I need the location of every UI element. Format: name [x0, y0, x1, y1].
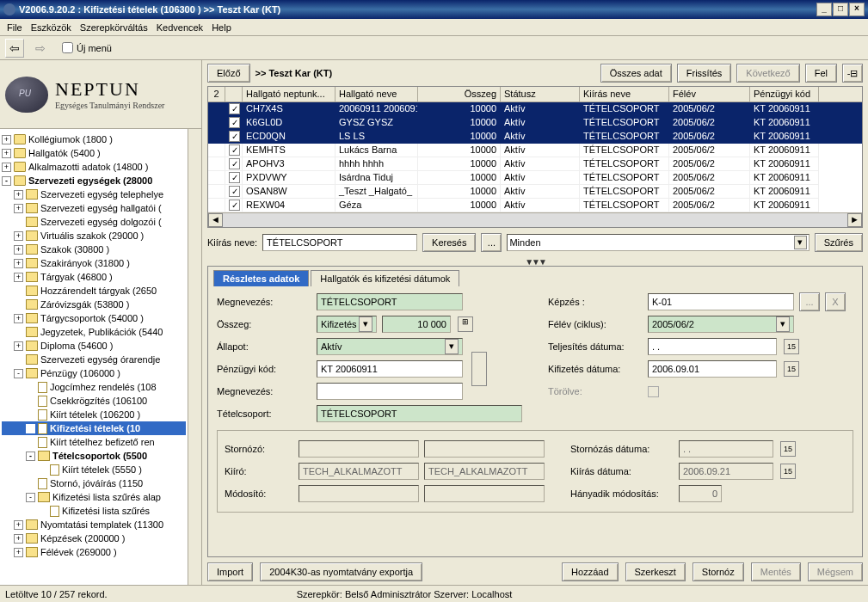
expand-icon[interactable]: + — [14, 534, 23, 544]
tree-item[interactable]: +Képzések (200000 ) — [2, 531, 186, 545]
cell[interactable]: KT 20060911 — [750, 102, 819, 116]
cell[interactable]: 20060911 2006091 — [336, 102, 418, 116]
fld-pkod[interactable]: KT 20060911 — [317, 360, 463, 378]
chevron-down-icon[interactable]: ▾ — [445, 339, 459, 354]
cell[interactable]: 2005/06/2 — [669, 185, 750, 199]
cell[interactable]: KT 20060911 — [750, 144, 819, 157]
expand-icon[interactable]: + — [14, 520, 23, 530]
cell[interactable]: TÉTELCSOPORT — [580, 185, 669, 199]
tree-item[interactable]: Csekkrögzítés (106100 — [2, 394, 186, 408]
cell[interactable]: TÉTELCSOPORT — [580, 157, 669, 171]
cell-checkbox[interactable]: ✓ — [225, 144, 243, 157]
tree-item[interactable]: -Tételcsoportok (5500 — [2, 449, 186, 463]
up-button[interactable]: Fel — [805, 64, 837, 83]
cell[interactable]: Aktív — [501, 199, 580, 212]
calculator-icon[interactable]: ⊞ — [458, 316, 473, 332]
cell[interactable]: TÉTELCSOPORT — [580, 102, 669, 116]
cell[interactable]: KT 20060911 — [750, 130, 819, 144]
tree-item[interactable]: +Kollégiumok (1800 ) — [2, 132, 186, 146]
minimize-button[interactable]: _ — [816, 3, 832, 16]
calendar-icon[interactable]: 15 — [780, 464, 796, 479]
collapse-icon[interactable]: - — [26, 493, 35, 502]
side-button[interactable] — [471, 352, 487, 386]
grid-col-name[interactable]: Hallgató neve — [336, 87, 418, 101]
storno-button[interactable]: Stornóz — [693, 562, 744, 581]
fld-osszeg-val[interactable]: 10 000 — [382, 316, 451, 333]
filter-button[interactable]: Szűrés — [815, 233, 863, 252]
cell[interactable]: KT 20060911 — [750, 157, 819, 171]
cell[interactable]: OSAN8W — [243, 185, 336, 199]
cell[interactable]: 2005/06/2 — [669, 102, 750, 116]
cell-checkbox[interactable]: ✓ — [225, 130, 243, 144]
cell[interactable]: 10000 — [418, 185, 501, 199]
expand-icon[interactable]: + — [14, 314, 23, 323]
table-row[interactable]: ✓CH7X4S20060911 200609110000AktívTÉTELCS… — [208, 102, 862, 116]
cell[interactable]: TÉTELCSOPORT — [580, 199, 669, 212]
tree-item[interactable]: -Kifizetési lista szűrés alap — [2, 490, 186, 504]
grid-col-neptun[interactable]: Hallgató neptunk... — [243, 87, 336, 101]
tree-item[interactable]: Szervezeti egység órarendje — [2, 353, 186, 366]
grid-col-felev[interactable]: Félév — [669, 87, 750, 101]
fld-megnevezes[interactable]: TÉTELCSOPORT — [317, 293, 463, 310]
tree-item[interactable]: Záróvizsgák (53800 ) — [2, 298, 186, 311]
cell[interactable]: Aktív — [501, 185, 580, 199]
expand-icon[interactable]: + — [2, 135, 11, 144]
browse-kepzes-button[interactable]: ... — [799, 292, 820, 311]
grid-col-status[interactable]: Státusz — [501, 87, 580, 101]
tree-item[interactable]: Jogcímhez rendelés (108 — [2, 380, 186, 394]
tree-item[interactable]: +Szakirányok (31800 ) — [2, 256, 186, 270]
tree-item[interactable]: Jegyzetek, Publikációk (5440 — [2, 325, 186, 339]
cell-checkbox[interactable]: ✓ — [225, 116, 243, 130]
cell[interactable]: 10000 — [418, 130, 501, 144]
tree-item[interactable]: -Pénzügy (106000 ) — [2, 366, 186, 380]
row-checkbox[interactable]: ✓ — [229, 200, 240, 211]
expand-icon[interactable]: + — [2, 149, 11, 158]
menu-file[interactable]: File — [7, 22, 22, 33]
table-row[interactable]: ✓KEMHTSLukács Barna10000AktívTÉTELCSOPOR… — [208, 144, 862, 157]
tree-item[interactable]: +Szakok (30800 ) — [2, 243, 186, 256]
fld-megnevezes2[interactable] — [317, 383, 463, 400]
cell[interactable]: 2005/06/2 — [669, 199, 750, 212]
fld-kepzes[interactable]: K-01 — [648, 293, 794, 310]
cell[interactable]: Isárdna Tiduj — [336, 171, 418, 185]
cell[interactable]: 10000 — [418, 144, 501, 157]
grid-col-kiiras[interactable]: Kiírás neve — [580, 87, 669, 101]
edit-button[interactable]: Szerkeszt — [625, 562, 686, 581]
tree-item[interactable]: +Alkalmazotti adatok (14800 ) — [2, 160, 186, 174]
search-button[interactable]: Keresés — [422, 233, 476, 252]
fld-felev[interactable]: 2005/06/2▾ — [648, 316, 794, 333]
fld-telj[interactable]: . . — [648, 338, 777, 355]
cell-checkbox[interactable]: ✓ — [225, 157, 243, 171]
cell[interactable]: TÉTELCSOPORT — [580, 144, 669, 157]
expand-icon[interactable]: + — [2, 163, 11, 172]
tree-item[interactable]: Kiírt tételhez befizető ren — [2, 435, 186, 449]
data-grid[interactable]: 2 Hallgató neptunk... Hallgató neve Össz… — [207, 86, 863, 228]
cell[interactable]: 2005/06/2 — [669, 157, 750, 171]
cell[interactable]: LS LS — [336, 130, 418, 144]
collapse-icon[interactable]: - — [2, 176, 11, 186]
row-checkbox[interactable]: ✓ — [229, 158, 240, 169]
cell[interactable]: 2005/06/2 — [669, 144, 750, 157]
grid-hscrollbar[interactable]: ◄ ► — [208, 212, 862, 227]
table-row[interactable]: ✓ECD0QNLS LS10000AktívTÉTELCSOPORT2005/0… — [208, 130, 862, 144]
tree-item[interactable]: +Diploma (54600 ) — [2, 339, 186, 353]
tree-item[interactable]: Kiírt tételek (106200 ) — [2, 408, 186, 421]
cell[interactable]: 10000 — [418, 102, 501, 116]
cell[interactable]: 10000 — [418, 199, 501, 212]
menu-favorites[interactable]: Kedvencek — [157, 22, 203, 33]
chevron-down-icon[interactable]: ▾ — [776, 316, 790, 332]
cell[interactable]: Aktív — [501, 116, 580, 130]
tree-item[interactable]: Kiírt tételek (5550 ) — [2, 463, 186, 476]
calendar-icon[interactable]: 15 — [780, 441, 796, 457]
cell[interactable]: hhhh hhhh — [336, 157, 418, 171]
cell[interactable]: Géza — [336, 199, 418, 212]
collapse-icon[interactable]: - — [26, 452, 35, 461]
tree-item[interactable]: -Szervezeti egységek (28000 — [2, 174, 186, 187]
tree-item[interactable]: +Félévek (269000 ) — [2, 545, 186, 559]
cell[interactable]: Lukács Barna — [336, 144, 418, 157]
grid-checkbox-col[interactable] — [225, 87, 243, 101]
nav-back-button[interactable]: ⇦ — [5, 39, 24, 58]
cell[interactable]: 10000 — [418, 116, 501, 130]
new-menu-checkbox[interactable] — [62, 42, 73, 53]
calendar-icon[interactable]: 15 — [784, 339, 799, 354]
